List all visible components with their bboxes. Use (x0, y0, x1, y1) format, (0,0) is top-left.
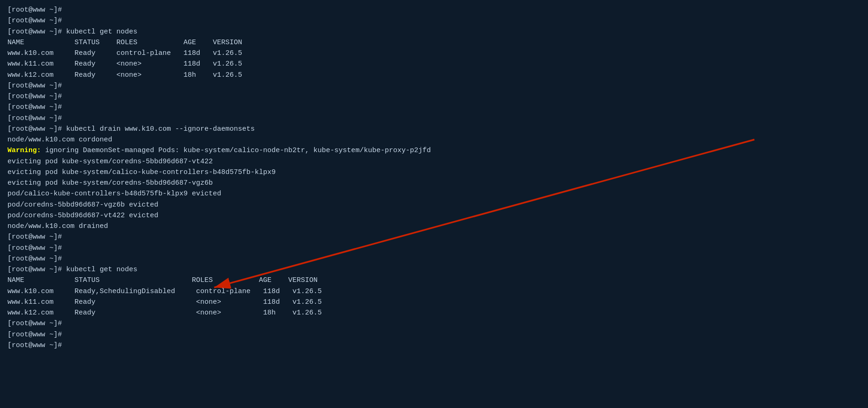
terminal-line: [root@www ~]# (7, 15, 861, 26)
terminal-line: www.k10.com Ready control-plane 118d v1.… (7, 48, 861, 59)
terminal-line: pod/calico-kube-controllers-b48d575fb-kl… (7, 188, 861, 199)
warning-label: Warning: (7, 147, 41, 154)
terminal-line: [root@www ~]# (7, 5, 861, 15)
terminal-line: [root@www ~]# (7, 254, 861, 264)
terminal-line: NAME STATUS ROLES AGE VERSION (7, 275, 861, 286)
terminal-line: evicting pod kube-system/calico-kube-con… (7, 167, 861, 178)
terminal-line: [root@www ~]# (7, 318, 861, 329)
terminal-line: [root@www ~]# (7, 329, 861, 340)
terminal-line: [root@www ~]# kubectl get nodes (7, 264, 861, 275)
terminal-line: [root@www ~]# (7, 243, 861, 254)
terminal-line: www.k11.com Ready <none> 118d v1.26.5 (7, 297, 861, 308)
terminal-line: www.k10.com Ready,SchedulingDisabled con… (7, 286, 861, 297)
terminal-line: node/www.k10.com cordoned (7, 134, 861, 145)
terminal-line: evicting pod kube-system/coredns-5bbd96d… (7, 156, 861, 167)
warning-text: ignoring DaemonSet-managed Pods: kube-sy… (41, 147, 431, 154)
terminal-line: [root@www ~]# (7, 80, 861, 91)
terminal-line: pod/coredns-5bbd96d687-vgz6b evicted (7, 200, 861, 210)
terminal-line: [root@www ~]# (7, 232, 861, 242)
terminal-line: www.k11.com Ready <none> 118d v1.26.5 (7, 59, 861, 69)
terminal-line: [root@www ~]# (7, 102, 861, 113)
terminal-line: evicting pod kube-system/coredns-5bbd96d… (7, 178, 861, 188)
terminal-line: Warning: ignoring DaemonSet-managed Pods… (7, 145, 861, 156)
terminal-content: [root@www ~]#[root@www ~]#[root@www ~]# … (7, 5, 861, 351)
terminal-line: www.k12.com Ready <none> 18h v1.26.5 (7, 70, 861, 80)
terminal-line: [root@www ~]# (7, 340, 861, 351)
terminal-line: [root@www ~]# kubectl drain www.k10.com … (7, 124, 861, 134)
terminal-line: pod/coredns-5bbd96d687-vt422 evicted (7, 210, 861, 221)
terminal-line: node/www.k10.com drained (7, 221, 861, 232)
terminal-line: NAME STATUS ROLES AGE VERSION (7, 37, 861, 48)
terminal-line: [root@www ~]# kubectl get nodes (7, 27, 861, 37)
terminal-line: [root@www ~]# (7, 113, 861, 124)
terminal: [root@www ~]#[root@www ~]#[root@www ~]# … (0, 0, 868, 408)
terminal-line: www.k12.com Ready <none> 18h v1.26.5 (7, 308, 861, 318)
terminal-line: [root@www ~]# (7, 91, 861, 102)
